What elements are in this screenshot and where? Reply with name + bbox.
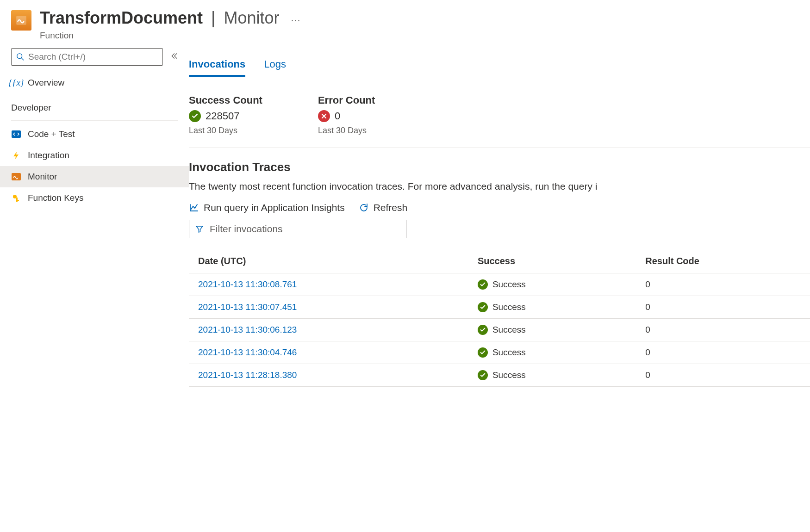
sidebar-item-label: Integration: [28, 150, 69, 161]
trace-status: Success: [492, 347, 526, 358]
sidebar-collapse-button[interactable]: [169, 52, 178, 62]
success-count-block: Success Count 228507 Last 30 Days: [189, 94, 262, 136]
divider: [11, 120, 178, 121]
key-icon: [11, 193, 21, 203]
tab-invocations[interactable]: Invocations: [189, 53, 245, 77]
search-input[interactable]: [28, 52, 158, 62]
error-x-icon: [318, 110, 330, 122]
filter-placeholder: Filter invocations: [210, 223, 283, 235]
sidebar-item-integration[interactable]: Integration: [0, 145, 189, 166]
stats-row: Success Count 228507 Last 30 Days Error …: [189, 81, 810, 143]
success-count-label: Success Count: [189, 94, 262, 106]
fx-icon: {ƒx}: [11, 78, 21, 88]
success-check-icon: [478, 347, 488, 358]
trace-date-link[interactable]: 2021-10-13 11:30:06.123: [198, 325, 297, 334]
svg-rect-4: [12, 173, 21, 180]
error-period: Last 30 Days: [318, 126, 375, 136]
tab-logs[interactable]: Logs: [264, 53, 286, 77]
filter-input[interactable]: Filter invocations: [189, 220, 406, 238]
col-date[interactable]: Date (UTC): [189, 249, 468, 273]
filter-icon: [195, 224, 204, 234]
refresh-button[interactable]: Refresh: [359, 202, 408, 213]
traces-description: The twenty most recent function invocati…: [189, 181, 810, 192]
page-subtitle: Function: [40, 31, 300, 41]
success-period: Last 30 Days: [189, 126, 262, 136]
traces-title: Invocation Traces: [189, 160, 810, 174]
trace-status: Success: [492, 325, 526, 335]
sidebar-section-label: Developer: [0, 93, 189, 118]
error-count-block: Error Count 0 Last 30 Days: [318, 94, 375, 136]
title-separator: |: [211, 8, 215, 28]
more-actions-button[interactable]: …: [290, 12, 300, 24]
traces-table: Date (UTC) Success Result Code 2021-10-1…: [189, 249, 810, 387]
error-count-value: 0: [335, 110, 340, 122]
trace-result: 0: [636, 273, 810, 296]
error-count-label: Error Count: [318, 94, 375, 106]
table-row: 2021-10-13 11:30:07.451 Success 0: [189, 296, 810, 319]
svg-point-1: [17, 54, 22, 59]
col-result[interactable]: Result Code: [636, 249, 810, 273]
bolt-icon: [11, 150, 21, 161]
sidebar-item-label: Code + Test: [28, 129, 75, 139]
sidebar-item-monitor[interactable]: Monitor: [0, 166, 189, 187]
svg-rect-6: [16, 198, 18, 202]
code-icon: [11, 129, 21, 139]
trace-result: 0: [636, 319, 810, 341]
refresh-label: Refresh: [374, 202, 408, 213]
col-success[interactable]: Success: [468, 249, 636, 273]
success-check-icon: [478, 325, 488, 335]
run-query-button[interactable]: Run query in Application Insights: [189, 202, 345, 213]
trace-result: 0: [636, 341, 810, 364]
tabs: Invocations Logs: [189, 53, 810, 77]
svg-line-2: [22, 58, 24, 61]
sidebar-item-overview[interactable]: {ƒx} Overview: [0, 72, 189, 93]
trace-result: 0: [636, 296, 810, 319]
search-input-wrap[interactable]: [11, 48, 163, 66]
sidebar-item-code-test[interactable]: Code + Test: [0, 124, 189, 145]
trace-status: Success: [492, 302, 526, 312]
success-check-icon: [478, 279, 488, 290]
table-row: 2021-10-13 11:30:06.123 Success 0: [189, 319, 810, 341]
page-title: TransformDocument: [40, 8, 203, 28]
success-check-icon: [478, 370, 488, 380]
run-query-label: Run query in Application Insights: [204, 202, 345, 213]
divider: [189, 148, 810, 148]
trace-date-link[interactable]: 2021-10-13 11:30:08.761: [198, 279, 297, 289]
trace-status: Success: [492, 370, 526, 380]
search-icon: [16, 53, 25, 61]
trace-date-link[interactable]: 2021-10-13 11:28:18.380: [198, 370, 297, 380]
chart-icon: [189, 203, 199, 213]
table-row: 2021-10-13 11:28:18.380 Success 0: [189, 364, 810, 387]
table-row: 2021-10-13 11:30:08.761 Success 0: [189, 273, 810, 296]
svg-rect-0: [16, 16, 26, 25]
svg-rect-7: [18, 200, 19, 201]
table-row: 2021-10-13 11:30:04.746 Success 0: [189, 341, 810, 364]
main-content: Invocations Logs Success Count 228507 La…: [189, 45, 810, 387]
refresh-icon: [359, 203, 369, 213]
success-count-value: 228507: [206, 110, 239, 122]
sidebar: {ƒx} Overview Developer Code + Test Inte…: [0, 45, 189, 387]
success-check-icon: [189, 110, 201, 122]
monitor-icon: [11, 172, 21, 182]
trace-status: Success: [492, 279, 526, 290]
sidebar-item-function-keys[interactable]: Function Keys: [0, 187, 189, 209]
trace-date-link[interactable]: 2021-10-13 11:30:04.746: [198, 347, 297, 357]
sidebar-item-label: Monitor: [28, 172, 57, 182]
sidebar-item-label: Overview: [28, 78, 64, 88]
trace-result: 0: [636, 364, 810, 387]
trace-date-link[interactable]: 2021-10-13 11:30:07.451: [198, 302, 297, 312]
sidebar-item-label: Function Keys: [28, 193, 83, 203]
function-logo-icon: [11, 10, 31, 31]
page-header: TransformDocument | Monitor … Function: [0, 0, 810, 45]
success-check-icon: [478, 302, 488, 312]
page-section: Monitor: [224, 8, 279, 28]
